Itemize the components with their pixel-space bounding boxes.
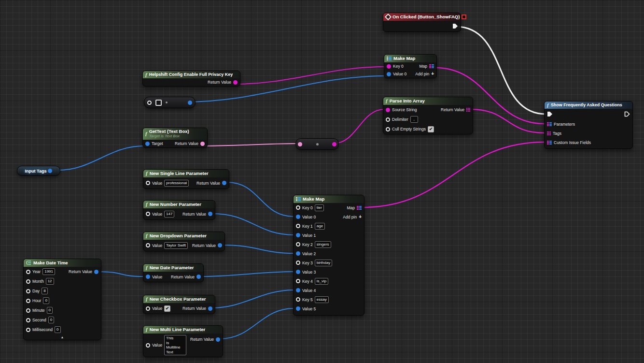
- node-bool-literal[interactable]: [144, 97, 196, 108]
- wire-inputtags-to-target[interactable]: [58, 146, 143, 170]
- value2-pin[interactable]: [296, 251, 300, 256]
- node-gettext[interactable]: f GetText (Text Box) Target is Text Box …: [142, 128, 208, 148]
- add-pin-button[interactable]: +: [359, 215, 362, 219]
- target-pin[interactable]: [145, 142, 150, 146]
- wire-gettext-to-conversion[interactable]: [205, 144, 296, 146]
- key0-field[interactable]: tier: [315, 204, 324, 211]
- key4-pin[interactable]: [296, 279, 300, 283]
- value1-pin[interactable]: [296, 233, 300, 237]
- day-field[interactable]: 8: [42, 288, 47, 294]
- source-string-pin[interactable]: [386, 108, 390, 112]
- value-field[interactable]: professional: [164, 180, 189, 187]
- second-field[interactable]: 0: [48, 317, 54, 323]
- day-pin[interactable]: [26, 289, 30, 293]
- wire-helpshift-to-key0[interactable]: [234, 67, 386, 84]
- wire-number-to-value1[interactable]: [212, 214, 294, 235]
- key5-field[interactable]: essay: [315, 296, 329, 303]
- return-value-pin[interactable]: [218, 243, 222, 247]
- wire-makedatetime-to-dateparam[interactable]: [98, 272, 144, 276]
- minute-field[interactable]: 0: [47, 307, 53, 314]
- key3-field[interactable]: birthday: [315, 260, 332, 266]
- map-output-pin[interactable]: [429, 64, 434, 68]
- string-output-pin[interactable]: [332, 142, 336, 146]
- year-field[interactable]: 1991: [42, 268, 55, 275]
- cull-empty-strings-checkbox[interactable]: ✔: [428, 126, 434, 132]
- return-value-pin[interactable]: [208, 212, 212, 216]
- value-pin[interactable]: [146, 212, 150, 216]
- return-value-pin[interactable]: [196, 275, 201, 279]
- wire-dropdown-to-value2[interactable]: [223, 245, 294, 253]
- hour-pin[interactable]: [26, 299, 30, 303]
- output-pin[interactable]: [48, 169, 52, 173]
- wire-conversion-to-sourcestring[interactable]: [333, 109, 385, 144]
- millisecond-field[interactable]: 0: [55, 326, 60, 333]
- wire-multiline-to-value5[interactable]: [220, 308, 294, 339]
- node-on-clicked[interactable]: On Clicked (Button_ShowFAQ): [383, 13, 461, 32]
- bool-output-pin[interactable]: [188, 101, 192, 105]
- return-value-pin[interactable]: [233, 80, 238, 85]
- bool-input-pin[interactable]: [147, 101, 152, 105]
- map-output-pin[interactable]: [357, 206, 362, 210]
- key0-pin[interactable]: [296, 205, 300, 210]
- text-input-pin[interactable]: [298, 142, 302, 146]
- return-value-array-pin[interactable]: [466, 108, 470, 112]
- key5-pin[interactable]: [296, 297, 300, 302]
- exec-output-pin[interactable]: [624, 111, 630, 117]
- value-field[interactable]: 147: [164, 211, 174, 218]
- value-field[interactable]: Taylor Swift: [164, 242, 188, 249]
- delegate-pin[interactable]: [462, 15, 466, 19]
- key2-pin[interactable]: [296, 242, 300, 247]
- value4-pin[interactable]: [296, 288, 300, 292]
- node-helpshift-config[interactable]: f Helpshift Config Enable Full Privacy K…: [142, 71, 240, 87]
- key2-field[interactable]: singers: [315, 241, 331, 248]
- minute-pin[interactable]: [26, 308, 30, 313]
- value-pin[interactable]: [146, 275, 150, 279]
- value0-pin[interactable]: [296, 215, 300, 219]
- hour-field[interactable]: 0: [43, 297, 49, 304]
- bool-checkbox[interactable]: [155, 100, 162, 106]
- value-pin[interactable]: [146, 306, 150, 311]
- exec-input-pin[interactable]: [547, 111, 553, 117]
- cull-empty-strings-pin[interactable]: [386, 127, 390, 131]
- node-new-dropdown-parameter[interactable]: f New Dropdown Parameter Value Taylor Sw…: [143, 232, 225, 251]
- month-pin[interactable]: [26, 279, 30, 284]
- value-checkbox[interactable]: ✔: [164, 305, 170, 312]
- value-multiline-field[interactable]: This Is Multiline Text: [164, 335, 186, 355]
- key1-field[interactable]: age: [315, 223, 325, 230]
- return-value-pin[interactable]: [208, 306, 212, 311]
- exec-output-pin[interactable]: [452, 23, 458, 29]
- collapse-arrow[interactable]: ▲: [24, 334, 101, 340]
- node-input-tags[interactable]: Input Tags: [17, 166, 60, 176]
- millisecond-pin[interactable]: [26, 328, 30, 332]
- return-value-pin[interactable]: [222, 181, 226, 185]
- node-new-checkbox-parameter[interactable]: f New Checkbox Parameter Value ✔ Return …: [143, 295, 215, 314]
- parameters-pin[interactable]: [547, 122, 552, 126]
- key0-pin[interactable]: [387, 64, 391, 69]
- return-value-pin[interactable]: [200, 142, 205, 146]
- tags-pin[interactable]: [547, 131, 551, 135]
- key3-pin[interactable]: [296, 261, 300, 265]
- node-new-date-parameter[interactable]: f New Date Parameter Value Return Value: [143, 263, 204, 282]
- node-make-date-time[interactable]: Make Date Time Year 1991 Return Value Mo…: [23, 259, 101, 340]
- custom-issue-fields-pin[interactable]: [547, 141, 552, 145]
- month-field[interactable]: 12: [46, 278, 54, 285]
- value-pin[interactable]: [146, 181, 150, 185]
- value-pin[interactable]: [146, 243, 150, 247]
- year-pin[interactable]: [26, 270, 30, 274]
- node-parse-into-array[interactable]: f Parse Into Array Source String Return …: [383, 97, 473, 134]
- key1-pin[interactable]: [296, 224, 300, 228]
- node-new-single-line-parameter[interactable]: f New Single Line Parameter Value profes…: [143, 169, 229, 189]
- second-pin[interactable]: [26, 318, 30, 322]
- node-make-map-mid[interactable]: Make Map Key 0 tier Map Value 0 Add pin …: [293, 195, 364, 316]
- value5-pin[interactable]: [296, 306, 300, 311]
- delimiter-pin[interactable]: [386, 117, 390, 122]
- node-show-faq[interactable]: f Show Frequently Asked Questions Parame…: [544, 101, 633, 149]
- node-new-number-parameter[interactable]: f New Number Parameter Value 147 Return …: [143, 200, 215, 220]
- node-new-multi-line-parameter[interactable]: f New Multi Line Parameter Value This Is…: [143, 325, 223, 357]
- value3-pin[interactable]: [296, 270, 300, 274]
- key4-field[interactable]: is_vip: [315, 278, 328, 285]
- value0-pin[interactable]: [387, 72, 391, 76]
- blueprint-graph[interactable]: On Clicked (Button_ShowFAQ) Make Map Key…: [0, 0, 644, 363]
- wire-dateparam-to-value3[interactable]: [202, 272, 294, 276]
- value-pin[interactable]: [146, 343, 150, 348]
